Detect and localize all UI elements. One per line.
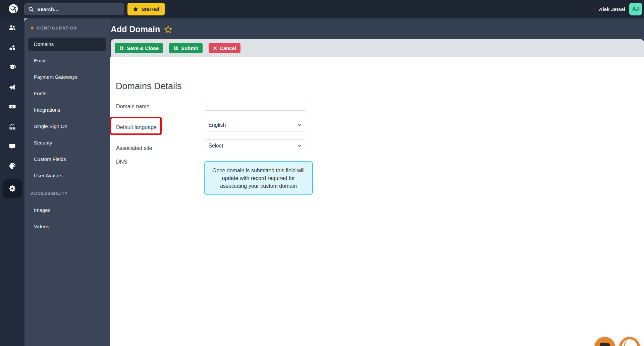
section-heading: Domains Details (116, 81, 182, 92)
global-search (24, 3, 124, 15)
save-close-button[interactable]: Save & Close (115, 43, 163, 53)
icon-rail (0, 18, 24, 346)
settings-sidebar: CONFIGURATION Domains Email Payment Gate… (24, 18, 110, 346)
dns-label: DNS (116, 159, 200, 165)
favorite-star-icon[interactable] (164, 25, 172, 33)
search-input[interactable] (37, 6, 115, 12)
elephant-logo-icon[interactable] (7, 3, 20, 15)
sidebar-section-accessibility: ACCESSIBILITY (31, 191, 106, 196)
money-icon[interactable] (0, 100, 24, 113)
starred-button[interactable]: Starred (127, 3, 165, 15)
selected-value: English (208, 122, 226, 128)
shapes-icon[interactable] (0, 41, 24, 54)
sidebar-item-images[interactable]: Images (28, 204, 106, 217)
sidebar-item-fonts[interactable]: Fonts (28, 87, 106, 100)
action-toolbar: Save & Close Submit Cancel (111, 39, 644, 57)
sidebar-section-configuration: CONFIGURATION (31, 25, 106, 31)
domain-name-input[interactable] (204, 98, 306, 111)
section-title: ACCESSIBILITY (31, 191, 68, 196)
user-avatar[interactable]: AJ (629, 3, 642, 15)
palette-icon[interactable] (0, 159, 24, 173)
associated-site-select[interactable]: Select (204, 139, 306, 152)
default-language-select[interactable]: English (204, 119, 306, 131)
orange-dot-icon (31, 27, 34, 30)
page-title: Add Domain (111, 24, 160, 34)
domain-name-label: Domain name (116, 100, 200, 113)
section-title: CONFIGURATION (37, 26, 77, 31)
cancel-label: Cancel (220, 45, 236, 51)
selected-value: Select (208, 143, 223, 149)
save-close-label: Save & Close (127, 45, 159, 51)
sidebar-item-custom-fields[interactable]: Custom Fields (28, 153, 106, 166)
sidebar-item-videos[interactable]: Videos (28, 220, 106, 233)
sidebar-item-payment-gateways[interactable]: Payment Gateways (28, 70, 106, 84)
app-window: Starred Alek Jetsel AJ (0, 0, 644, 346)
page-header: Add Domain Save & Close Submit Cancel (110, 18, 644, 57)
submit-button[interactable]: Submit (169, 43, 203, 53)
chat-bubble-icon (600, 343, 610, 346)
chevron-down-icon (297, 123, 302, 127)
sidebar-item-single-sign-on[interactable]: Single Sign On (28, 120, 106, 133)
cancel-button[interactable]: Cancel (209, 43, 240, 53)
main-area: Add Domain Save & Close Submit Cancel (110, 18, 644, 346)
close-icon (213, 46, 217, 50)
dns-info-box: Once domain is submitted this field will… (204, 161, 313, 195)
chat-icon[interactable] (0, 139, 24, 153)
users-icon[interactable] (0, 21, 24, 34)
associated-site-label: Associated site (116, 142, 200, 155)
megaphone-icon[interactable] (0, 80, 24, 94)
star-icon (133, 6, 139, 12)
search-icon (29, 7, 34, 12)
starred-label: Starred (142, 6, 159, 12)
graduation-cap-icon[interactable] (0, 60, 24, 74)
top-bar: Starred Alek Jetsel AJ (0, 0, 644, 18)
user-area: Alek Jetsel AJ (599, 3, 642, 15)
form-content: Domains Details Domain name Default lang… (110, 57, 644, 346)
user-name: Alek Jetsel (599, 6, 625, 12)
sidebar-item-security[interactable]: Security (28, 136, 106, 150)
sidebar-item-email[interactable]: Email (28, 54, 106, 67)
analytics-icon[interactable] (0, 120, 24, 133)
sidebar-item-integrations[interactable]: Integrations (28, 103, 106, 117)
settings-icon[interactable] (3, 179, 22, 198)
sidebar-item-domains[interactable]: Domains (28, 38, 106, 51)
chevron-down-icon (297, 143, 302, 148)
default-language-label: Default language (116, 121, 200, 134)
save-icon (173, 46, 178, 51)
submit-label: Submit (181, 45, 198, 51)
save-icon (119, 46, 124, 51)
sidebar-item-user-avatars[interactable]: User Avatars (28, 169, 106, 182)
